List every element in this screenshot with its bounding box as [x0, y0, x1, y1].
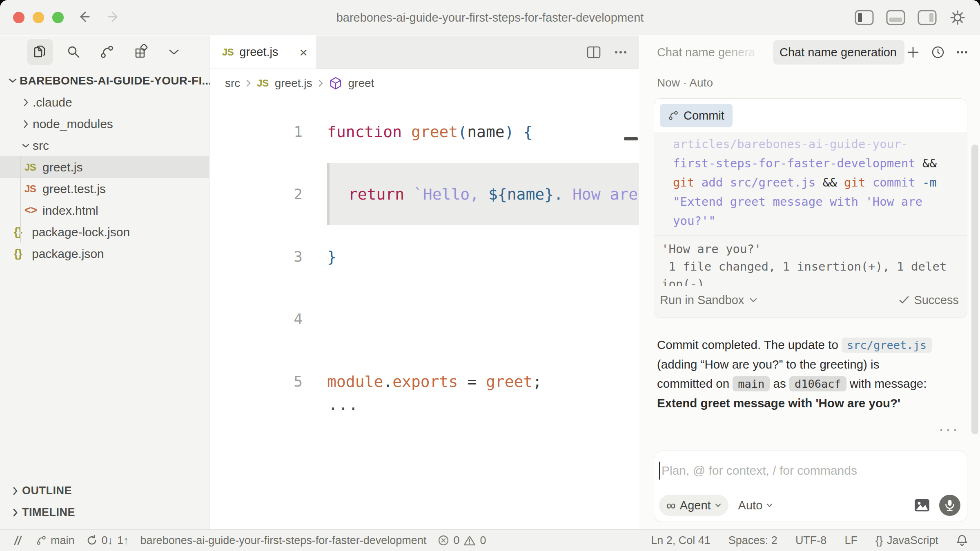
settings-gear-icon[interactable] — [949, 9, 966, 26]
tool-status-success: Success — [899, 293, 959, 307]
chevron-down-icon — [19, 143, 33, 148]
commit-tool-chip[interactable]: Commit — [660, 104, 733, 127]
git-branch-indicator[interactable]: main — [36, 534, 75, 547]
chat-scrollbar[interactable] — [971, 144, 978, 434]
code-line-3: 3 } — [210, 225, 639, 288]
app-window: barebones-ai-guide-your-first-steps-for-… — [0, 0, 980, 551]
indent-guide — [20, 156, 21, 243]
attach-image-icon[interactable] — [914, 498, 930, 512]
language-mode[interactable]: {} JavaScript — [875, 534, 938, 547]
toggle-bottom-dock-icon[interactable] — [886, 10, 905, 25]
outline-section[interactable]: OUTLINE — [0, 480, 209, 502]
json-file-icon: {} — [14, 247, 32, 260]
tree-item-claude[interactable]: .claude — [0, 91, 209, 113]
diagnostics-indicator[interactable]: 0 0 — [438, 534, 486, 547]
line-number: 1 — [210, 123, 303, 140]
microphone-button[interactable] — [939, 495, 960, 516]
toggle-right-dock-icon[interactable] — [918, 10, 937, 25]
status-toggle-icon[interactable] — [12, 535, 24, 546]
tree-item-index-html[interactable]: <> index.html — [0, 200, 209, 221]
tree-item-greet-test-js[interactable]: JS greet.test.js — [0, 178, 209, 200]
code-line-5: 5 module.exports = greet; — [210, 350, 639, 413]
split-editor-icon[interactable] — [587, 46, 601, 58]
search-tool[interactable] — [60, 39, 87, 65]
project-files-tool[interactable] — [27, 39, 53, 65]
sync-indicator[interactable]: 0↓ 1↑ — [86, 534, 129, 547]
tree-root-row[interactable]: BAREBONES-AI-GUIDE-YOUR-FI... — [0, 70, 209, 91]
tree-item-greet-js[interactable]: JS greet.js — [0, 156, 209, 178]
chevron-right-icon — [8, 509, 22, 517]
project-name[interactable]: barebones-ai-guide-your-first-steps-for-… — [140, 534, 427, 547]
cursor-position[interactable]: Ln 2, Col 41 — [651, 534, 710, 547]
eol-setting[interactable]: LF — [844, 534, 858, 547]
message-composer[interactable]: Plan, @ for context, / for commands ∞ Ag… — [654, 451, 967, 522]
terminal-output: articles/barebones-ai-guide-your- first-… — [654, 132, 967, 286]
tree-item-src[interactable]: src — [0, 135, 209, 156]
run-in-sandbox-dropdown[interactable]: Run in Sandbox — [660, 293, 757, 307]
line-number: 5 — [210, 373, 303, 390]
chevron-right-icon — [318, 80, 323, 87]
line-number: 3 — [210, 248, 303, 265]
history-clock-icon[interactable] — [931, 45, 945, 59]
tab-bar: JS greet.js × — [210, 36, 639, 69]
traffic-lights — [13, 12, 64, 23]
chat-tab-bar: Chat name genera Chat name generation — [639, 36, 980, 69]
chat-tab-inactive[interactable]: Chat name genera — [657, 46, 768, 59]
chat-tab-active[interactable]: Chat name generation — [773, 40, 904, 64]
status-bar: main 0↓ 1↑ barebones-ai-guide-your-first… — [0, 529, 980, 551]
agent-mode-dropdown[interactable]: ∞ Agent — [659, 495, 728, 516]
warnings-icon — [463, 535, 476, 546]
chevron-right-icon — [19, 120, 33, 128]
braces-icon: {} — [875, 534, 883, 547]
tree-item-package-json[interactable]: {} package.json — [0, 243, 209, 264]
code-area[interactable]: 1 function greet(name) { 2 return `Hello… — [210, 98, 639, 413]
encoding-setting[interactable]: UTF-8 — [795, 534, 827, 547]
json-file-icon: {} — [14, 226, 32, 238]
html-file-icon: <> — [24, 204, 42, 217]
close-tab-icon[interactable]: × — [299, 45, 307, 59]
js-file-icon: JS — [24, 162, 42, 173]
new-chat-icon[interactable] — [906, 46, 920, 59]
tree-item-package-lock-json[interactable]: {} package-lock.json — [0, 221, 209, 243]
breadcrumb-file[interactable]: greet.js — [275, 77, 312, 90]
chat-menu-icon[interactable] — [956, 51, 968, 54]
project-panel: BAREBONES-AI-GUIDE-YOUR-FI... .claude no… — [0, 36, 209, 529]
timeline-section[interactable]: TIMELINE — [0, 502, 209, 523]
symbol-cube-icon — [329, 76, 342, 90]
assistant-message: Commit completed. The update to src/gree… — [657, 335, 959, 413]
message-more-icon[interactable]: ··· — [939, 421, 960, 438]
agent-panel: Chat name genera Chat name generation No… — [639, 36, 980, 529]
back-icon[interactable] — [77, 10, 91, 24]
notifications-bell-icon[interactable] — [956, 534, 968, 547]
model-dropdown[interactable]: Auto — [738, 499, 773, 512]
text-cursor — [659, 462, 660, 480]
extensions-tool[interactable] — [127, 39, 154, 65]
git-branch-icon — [668, 110, 679, 121]
composer-placeholder[interactable]: Plan, @ for context, / for commands — [662, 464, 857, 478]
tab-greet-js[interactable]: JS greet.js × — [210, 36, 317, 69]
tree-item-node-modules[interactable]: node_modules — [0, 113, 209, 135]
breadcrumb-symbol[interactable]: greet — [348, 77, 374, 90]
editor-menu-icon[interactable] — [615, 51, 627, 54]
js-file-icon: JS — [24, 183, 42, 195]
line-number: 4 — [210, 311, 303, 327]
highlighted-line: return `Hello, ${name}. How are — [327, 163, 639, 225]
forward-icon[interactable] — [107, 10, 121, 24]
toggle-left-dock-icon[interactable] — [855, 10, 874, 25]
maximize-window-button[interactable] — [52, 12, 64, 23]
window-title: barebones-ai-guide-your-first-steps-for-… — [336, 0, 644, 35]
chevron-down-icon — [750, 298, 757, 302]
infinity-icon: ∞ — [666, 499, 676, 512]
indentation-setting[interactable]: Spaces: 2 — [728, 534, 777, 547]
git-tool[interactable] — [94, 39, 120, 65]
minimize-window-button[interactable] — [33, 12, 44, 23]
panel-selector-chevron-icon[interactable] — [161, 39, 187, 65]
errors-icon — [438, 535, 449, 546]
close-window-button[interactable] — [13, 12, 24, 23]
breadcrumb[interactable]: src JS greet.js greet — [210, 69, 639, 98]
breadcrumb-folder[interactable]: src — [225, 77, 240, 90]
js-file-icon: JS — [222, 47, 234, 58]
microphone-icon — [944, 499, 955, 511]
chevron-down-icon — [766, 503, 773, 507]
scrollbar-marker[interactable] — [624, 137, 638, 140]
